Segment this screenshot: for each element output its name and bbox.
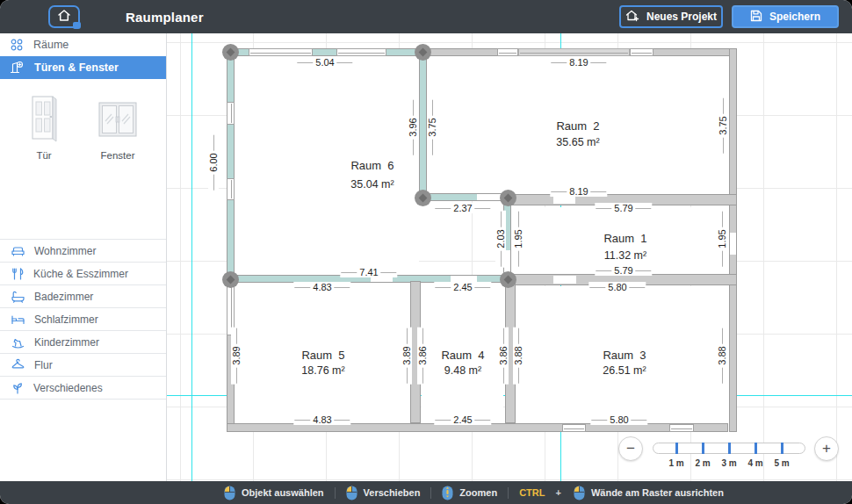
zoom-in-button[interactable]: + [814, 436, 839, 461]
scale-tick [728, 443, 731, 454]
zoom-out-button[interactable]: − [618, 436, 643, 461]
sidebar-nav: RäumeTüren & Fenster [0, 33, 166, 79]
wall-segment[interactable] [227, 48, 235, 283]
room-category-label: Wohnzimmer [34, 245, 96, 257]
room-name-label: Raum 3 [603, 349, 646, 362]
window-glass-line [231, 180, 232, 198]
sidebar-tools: TürFenster [0, 84, 167, 161]
sidebar-item-plant[interactable]: Verschiedenes [0, 376, 166, 399]
dimension-label: 3.88 [717, 327, 727, 384]
room-name-label: Raum 1 [603, 232, 646, 245]
sidebar-item-bathtub[interactable]: Badezimmer [0, 284, 166, 307]
dimension-label: 4.83 [293, 282, 350, 292]
dimension-label: 3.88 [513, 327, 523, 384]
sidebar-nav-tueren-fenster[interactable]: Türen & Fenster [0, 56, 166, 79]
floorplan-canvas[interactable]: 5.048.196.003.963.753.758.192.375.792.03… [167, 33, 852, 481]
grid-icon [10, 38, 24, 52]
wall-segment[interactable] [419, 48, 427, 201]
plant-icon [11, 381, 25, 395]
plus-sign: + [555, 487, 560, 498]
tool-tür[interactable]: Tür [7, 95, 81, 161]
window-opening[interactable] [336, 48, 386, 56]
wall-node[interactable] [500, 190, 516, 206]
room-name-label: Raum 4 [441, 349, 484, 362]
wall-node[interactable] [500, 271, 516, 288]
dimension-label: 7.41 [340, 267, 397, 277]
wall-node[interactable] [222, 271, 239, 288]
tool-fenster[interactable]: Fenster [81, 95, 155, 161]
door-opening[interactable] [553, 196, 575, 204]
room-area-label: 26.51 m² [603, 364, 646, 377]
door-opening[interactable] [477, 194, 501, 200]
grid-guide-line [191, 33, 192, 481]
dimension-label: 3.89 [231, 327, 242, 384]
sofa-icon [11, 244, 25, 258]
dimension-label: 1.95 [717, 210, 727, 267]
status-hint: Verschieben [346, 486, 421, 500]
scale-tick-label: 4 m [747, 458, 762, 468]
sidebar-item-utensils[interactable]: Küche & Esszimmer [0, 262, 166, 284]
window-glass-line [250, 53, 311, 54]
rocking-horse-icon [11, 335, 25, 349]
room-area-label: 35.04 m² [350, 178, 394, 191]
scale-tick-label: 3 m [721, 458, 736, 468]
status-hint: Objekt auswählen [224, 486, 324, 500]
dimension-label: 1.95 [513, 210, 523, 267]
sidebar-nav-raeume[interactable]: Räume [0, 33, 166, 56]
top-bar: Raumplaner Neues Projekt Speichern [0, 0, 852, 33]
save-label: Speichern [769, 11, 820, 23]
window-opening[interactable] [518, 48, 630, 56]
floppy-disk-icon [750, 10, 762, 25]
window-opening[interactable] [249, 48, 313, 56]
home-button[interactable] [48, 5, 80, 28]
scale-legend: 1 m2 m3 m4 m5 m [653, 443, 805, 454]
room-area-label: 18.76 m² [301, 364, 344, 377]
door-opening[interactable] [730, 233, 736, 255]
wall-node[interactable] [415, 44, 431, 61]
save-button[interactable]: Speichern [732, 5, 839, 28]
sidebar-item-rocking-horse[interactable]: Kinderzimmer [0, 330, 166, 353]
wall-node[interactable] [222, 44, 239, 61]
room-category-label: Küche & Esszimmer [33, 268, 128, 280]
sidebar: RäumeTüren & Fenster TürFenster Wohnzimm… [0, 33, 167, 481]
window-opening[interactable] [669, 424, 694, 432]
status-hint-label: Zoomen [459, 487, 497, 498]
status-hint: Zoomen [442, 486, 497, 500]
door-opening[interactable] [553, 276, 576, 284]
new-project-button[interactable]: Neues Projekt [619, 5, 723, 28]
scale-tick [702, 443, 704, 454]
room-name-label: Raum 5 [301, 349, 344, 362]
room-area-label: 35.65 m² [556, 136, 599, 148]
sidebar-item-hanger[interactable]: Flur [0, 353, 166, 376]
status-hint-label: Wände am Raster ausrichten [591, 487, 724, 498]
window-glass-line [231, 104, 232, 123]
status-hint-label: Verschieben [364, 487, 421, 498]
window-opening[interactable] [227, 178, 235, 200]
window-opening[interactable] [562, 424, 586, 432]
bed-icon [11, 313, 25, 327]
sidebar-item-sofa[interactable]: Wohnzimmer [0, 239, 166, 262]
status-bar: Objekt auswählenVerschiebenZoomenCTRL+Wä… [0, 481, 852, 504]
room-category-label: Kinderzimmer [34, 336, 99, 349]
scale-tick [781, 443, 783, 454]
dimension-label: 3.86 [498, 327, 509, 384]
dimension-label: 5.80 [590, 414, 647, 425]
window-glass-line [671, 428, 692, 429]
room-name-label: Raum 6 [350, 159, 394, 172]
utensils-icon [11, 267, 25, 281]
door-illustration-icon [7, 95, 81, 146]
dimension-label: 2.03 [495, 210, 506, 267]
mouse-left-icon [224, 486, 235, 500]
dimension-label: 3.75 [718, 97, 728, 154]
room-category-label: Verschiedenes [33, 382, 103, 394]
wall-node[interactable] [415, 190, 431, 206]
window-opening[interactable] [630, 48, 653, 56]
room-area-label: 9.48 m² [444, 364, 481, 377]
window-opening[interactable] [497, 48, 518, 56]
scale-tick [675, 443, 678, 454]
window-opening[interactable] [227, 102, 235, 125]
sidebar-item-bed[interactable]: Schlafzimmer [0, 307, 166, 330]
door-opening[interactable] [451, 276, 477, 282]
window-glass-line [499, 53, 516, 54]
window-glass-line [338, 53, 385, 54]
